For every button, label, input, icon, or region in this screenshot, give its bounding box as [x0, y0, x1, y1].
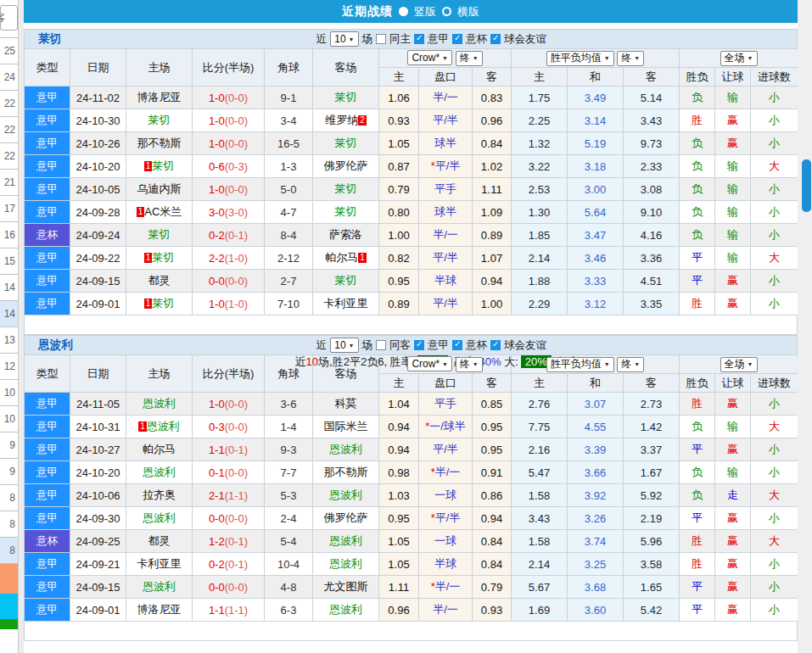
cup-checkbox[interactable]	[452, 34, 462, 44]
scrollbar-thumb[interactable]	[802, 159, 811, 212]
serie-a-checkbox[interactable]	[414, 340, 424, 350]
away-team-name: 佛罗伦萨	[324, 511, 368, 524]
match-row[interactable]: 意甲 24-11-05 恩波利 1-0(0-0) 3-6 科莫 1.04 平手 …	[25, 393, 798, 416]
rail-cell[interactable]: 22	[0, 142, 18, 169]
match-row[interactable]: 意甲 24-09-30 恩波利 0-0(0-0) 2-4 佛罗伦萨 0.95 *…	[25, 507, 798, 530]
final-avg-select[interactable]: 终▼	[617, 357, 644, 372]
match-row[interactable]: 意甲 24-10-26 那不勒斯 1-0(0-0) 16-5 莱切 1.05 球…	[25, 132, 798, 155]
matches-count-select[interactable]: 10▼	[330, 338, 358, 353]
same-home-checkbox[interactable]	[376, 34, 386, 44]
rail-cell[interactable]: 25	[0, 37, 18, 64]
friendly-checkbox[interactable]	[490, 34, 501, 44]
away-team-cell: 佛罗伦萨	[313, 507, 379, 530]
scope-select[interactable]: 全场▼	[720, 357, 758, 372]
away-team-name: 佛罗伦萨	[324, 159, 368, 172]
rail-cell[interactable]: 17	[0, 195, 18, 221]
rail-cell[interactable]: 14	[0, 274, 18, 300]
match-row[interactable]: 意甲 24-09-01 博洛尼亚 1-1(1-1) 6-3 恩波利 0.96 半…	[25, 599, 798, 622]
unit-label: 场	[362, 338, 373, 353]
rail-cell[interactable]: 16	[0, 221, 18, 248]
radio-vertical[interactable]	[399, 7, 408, 16]
away-team-cell: 卡利亚里	[313, 293, 379, 315]
chevron-down-icon: ▼	[473, 55, 479, 61]
goals-result-cell: 大	[751, 530, 798, 553]
score-cell: 1-0(0-0)	[193, 109, 265, 132]
score-cell: 0-2(0-1)	[193, 553, 265, 576]
match-row[interactable]: 意甲 24-10-20 1莱切 0-6(0-3) 1-3 佛罗伦萨 0.87 *…	[25, 155, 798, 178]
final-odds-select[interactable]: 终▼	[456, 357, 483, 372]
league-cell: 意甲	[25, 507, 70, 530]
chevron-down-icon: ▼	[604, 55, 610, 61]
rail-cell[interactable]: 14	[0, 300, 18, 326]
away-team-name: 莱切	[335, 182, 357, 195]
avg-select[interactable]: 胜平负均值▼	[546, 51, 614, 66]
match-row[interactable]: 意甲 24-09-15 都灵 0-0(0-0) 2-7 莱切 0.95 半球 0…	[25, 270, 798, 293]
red-card-badge: 1	[144, 253, 153, 263]
company-select[interactable]: Crow*▼	[407, 356, 452, 371]
avg-away-cell: 2.73	[624, 393, 680, 416]
match-row[interactable]: 意甲 24-09-22 1莱切 2-2(1-0) 2-12 帕尔马1 0.82 …	[25, 247, 798, 270]
cup-checkbox[interactable]	[452, 340, 462, 350]
match-row[interactable]: 意甲 24-09-01 1莱切 1-0(1-0) 7-10 卡利亚里 0.89 …	[25, 293, 798, 315]
match-row[interactable]: 意甲 24-10-20 恩波利 0-1(0-0) 7-7 那不勒斯 0.98 *…	[25, 461, 798, 484]
rail-cell[interactable]: 15	[0, 248, 18, 274]
rail-cell[interactable]: 8	[0, 484, 18, 511]
matches-count-select[interactable]: 10▼	[330, 31, 358, 47]
match-row[interactable]: 意甲 24-10-05 乌迪内斯 1-0(0-0) 5-0 莱切 0.79 平手…	[25, 178, 798, 201]
clipped-input[interactable]: 客	[0, 5, 18, 31]
goals-result-cell: 小	[751, 178, 798, 201]
scrollbar-track[interactable]	[798, 0, 812, 653]
handicap-result-cell: 赢	[715, 438, 751, 461]
rail-cell[interactable]: 8	[0, 511, 18, 537]
avg-away-cell: 3.43	[624, 109, 680, 132]
same-away-checkbox[interactable]	[376, 340, 386, 350]
rail-cell[interactable]: 9	[0, 432, 18, 458]
company-select[interactable]: Crow*▼	[407, 50, 452, 65]
handicap-text: 半球	[434, 274, 456, 287]
rail-cell[interactable]: 9	[0, 458, 18, 484]
away-odds-cell: 0.83	[473, 87, 512, 109]
final-avg-value: 终	[621, 357, 631, 371]
matches-table-empoli: 类型 日期 主场 比分(半场) 角球 客场 Crow*▼ 终▼ 胜平负均值▼ 终…	[24, 354, 798, 622]
match-row[interactable]: 意杯 24-09-25 都灵 1-2(0-1) 5-4 恩波利 1.05 一球 …	[25, 530, 798, 553]
radio-horizontal[interactable]	[442, 7, 451, 16]
wdl-cell: 负	[680, 416, 715, 438]
serie-a-checkbox[interactable]	[414, 34, 424, 44]
final-avg-select[interactable]: 终▼	[617, 51, 644, 66]
match-row[interactable]: 意甲 24-10-27 帕尔马 1-1(0-1) 9-3 恩波利 0.94 平/…	[25, 438, 798, 461]
rail-cell[interactable]: 24	[0, 64, 18, 90]
rail-cell[interactable]: 22	[0, 90, 18, 116]
match-row[interactable]: 意甲 24-09-21 卡利亚里 0-2(0-1) 10-4 恩波利 1.05 …	[25, 553, 798, 576]
subcol-home-odds: 主	[379, 68, 419, 87]
match-row[interactable]: 意甲 24-11-02 博洛尼亚 1-0(0-0) 9-1 莱切 1.06 半/…	[25, 87, 798, 109]
cup-label: 意杯	[466, 338, 487, 353]
match-row[interactable]: 意甲 24-10-30 莱切 1-0(0-0) 3-4 维罗纳2 0.93 平/…	[25, 109, 798, 132]
home-team-cell: 博洛尼亚	[126, 87, 193, 109]
match-row[interactable]: 意甲 24-09-28 1AC米兰 3-0(3-0) 4-7 莱切 0.80 球…	[25, 201, 798, 224]
rail-cell[interactable]: 13	[0, 326, 18, 353]
rail-cell[interactable]: 12	[0, 353, 18, 379]
match-row[interactable]: 意甲 24-10-31 1恩波利 0-3(0-0) 1-4 国际米兰 0.94 …	[25, 416, 798, 438]
final-avg-value: 终	[621, 51, 631, 65]
legend-swatch	[0, 619, 18, 629]
chevron-down-icon: ▼	[634, 55, 640, 61]
scope-select[interactable]: 全场▼	[720, 51, 758, 66]
final-odds-select[interactable]: 终▼	[456, 51, 483, 66]
match-row[interactable]: 意杯 24-09-24 莱切 0-2(0-1) 8-4 萨索洛 1.00 半/一…	[25, 224, 798, 247]
avg-select[interactable]: 胜平负均值▼	[546, 357, 614, 372]
fulltime-score: 0-0	[209, 581, 225, 594]
avg-home-cell: 1.85	[512, 224, 568, 247]
match-row[interactable]: 意甲 24-10-06 拉齐奥 2-1(1-1) 5-3 恩波利 1.03 一球…	[25, 484, 798, 507]
rail-cell[interactable]: 10	[0, 405, 18, 432]
match-row[interactable]: 意甲 24-09-15 恩波利 0-0(0-0) 4-8 尤文图斯 1.11 *…	[25, 576, 798, 599]
friendly-checkbox[interactable]	[490, 340, 501, 350]
rail-cell[interactable]: 22	[0, 116, 18, 142]
rail-cell[interactable]: 21	[0, 169, 18, 195]
col-header-score: 比分(半场)	[193, 355, 265, 393]
rail-cell[interactable]: 10	[0, 379, 18, 405]
wdl-cell: 负	[680, 132, 715, 155]
fulltime-score: 1-0	[209, 183, 225, 196]
goals-result-cell: 小	[751, 461, 798, 484]
rail-cell[interactable]: 8	[0, 537, 18, 563]
corner-cell: 6-3	[265, 599, 313, 622]
